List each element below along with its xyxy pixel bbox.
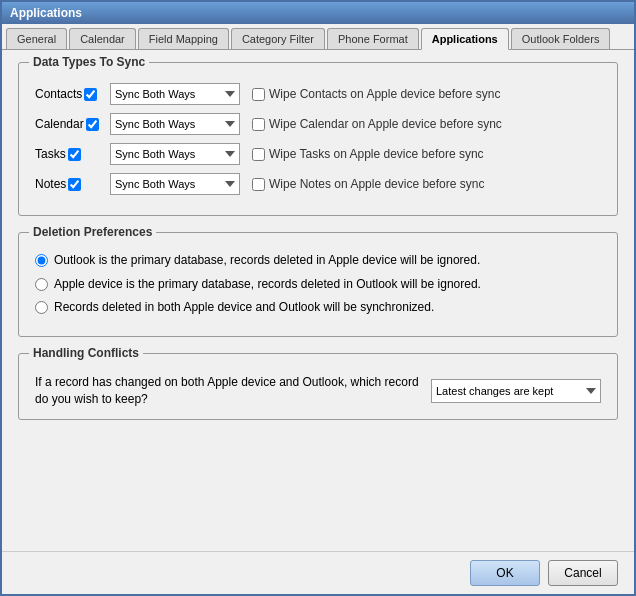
deletion-prefs-section: Deletion Preferences Outlook is the prim… [18, 232, 618, 337]
conflict-dropdown[interactable]: Latest changes are keptOutlook record is… [431, 379, 601, 403]
data-dropdown-tasks[interactable]: Sync Both WaysOutlook to DeviceDevice to… [110, 143, 240, 165]
wipe-checkbox-notes[interactable] [252, 178, 265, 191]
deletion-prefs-options: Outlook is the primary database, records… [35, 253, 601, 316]
wipe-label-notes[interactable]: Wipe Notes on Apple device before sync [252, 177, 484, 191]
tab-outlook-folders[interactable]: Outlook Folders [511, 28, 611, 49]
wipe-text-notes: Wipe Notes on Apple device before sync [269, 177, 484, 191]
data-row-calendar: CalendarSync Both WaysOutlook to DeviceD… [35, 113, 601, 135]
tab-category-filter[interactable]: Category Filter [231, 28, 325, 49]
window-title: Applications [10, 6, 82, 20]
data-row-notes: NotesSync Both WaysOutlook to DeviceDevi… [35, 173, 601, 195]
data-checkbox-contacts[interactable] [84, 88, 97, 101]
titlebar: Applications [2, 2, 634, 24]
wipe-label-contacts[interactable]: Wipe Contacts on Apple device before syn… [252, 87, 500, 101]
tab-field-mapping[interactable]: Field Mapping [138, 28, 229, 49]
deletion-radio-both-sync[interactable] [35, 301, 48, 314]
deletion-text-both-sync: Records deleted in both Apple device and… [54, 300, 434, 316]
data-types-section: Data Types To Sync ContactsSync Both Way… [18, 62, 618, 216]
data-checkbox-notes[interactable] [68, 178, 81, 191]
wipe-label-calendar[interactable]: Wipe Calendar on Apple device before syn… [252, 117, 502, 131]
cancel-button[interactable]: Cancel [548, 560, 618, 586]
deletion-text-outlook-primary: Outlook is the primary database, records… [54, 253, 480, 269]
wipe-text-contacts: Wipe Contacts on Apple device before syn… [269, 87, 500, 101]
data-checkbox-calendar[interactable] [86, 118, 99, 131]
handling-conflicts-title: Handling Conflicts [29, 346, 143, 360]
wipe-text-calendar: Wipe Calendar on Apple device before syn… [269, 117, 502, 131]
data-label-notes: Notes [35, 177, 110, 191]
tab-general[interactable]: General [6, 28, 67, 49]
data-types-title: Data Types To Sync [29, 55, 149, 69]
deletion-text-apple-primary: Apple device is the primary database, re… [54, 277, 481, 293]
ok-button[interactable]: OK [470, 560, 540, 586]
wipe-checkbox-tasks[interactable] [252, 148, 265, 161]
conflict-description: If a record has changed on both Apple de… [35, 374, 419, 408]
data-checkbox-tasks[interactable] [68, 148, 81, 161]
data-row-contacts: ContactsSync Both WaysOutlook to DeviceD… [35, 83, 601, 105]
footer: OK Cancel [2, 551, 634, 594]
handling-conflicts-inner: If a record has changed on both Apple de… [35, 374, 601, 408]
wipe-text-tasks: Wipe Tasks on Apple device before sync [269, 147, 484, 161]
deletion-radio-outlook-primary[interactable] [35, 254, 48, 267]
data-types-grid: ContactsSync Both WaysOutlook to DeviceD… [35, 83, 601, 195]
data-dropdown-calendar[interactable]: Sync Both WaysOutlook to DeviceDevice to… [110, 113, 240, 135]
wipe-checkbox-contacts[interactable] [252, 88, 265, 101]
main-content: Data Types To Sync ContactsSync Both Way… [2, 50, 634, 551]
data-label-calendar: Calendar [35, 117, 110, 131]
data-label-tasks: Tasks [35, 147, 110, 161]
tab-phone-format[interactable]: Phone Format [327, 28, 419, 49]
data-label-text-notes: Notes [35, 177, 66, 191]
data-label-text-calendar: Calendar [35, 117, 84, 131]
wipe-checkbox-calendar[interactable] [252, 118, 265, 131]
data-label-text-tasks: Tasks [35, 147, 66, 161]
tab-calendar[interactable]: Calendar [69, 28, 136, 49]
main-window: Applications GeneralCalendarField Mappin… [0, 0, 636, 596]
deletion-prefs-title: Deletion Preferences [29, 225, 156, 239]
deletion-radio-apple-primary[interactable] [35, 278, 48, 291]
deletion-option-both-sync: Records deleted in both Apple device and… [35, 300, 601, 316]
handling-conflicts-section: Handling Conflicts If a record has chang… [18, 353, 618, 421]
deletion-option-apple-primary: Apple device is the primary database, re… [35, 277, 601, 293]
data-row-tasks: TasksSync Both WaysOutlook to DeviceDevi… [35, 143, 601, 165]
wipe-label-tasks[interactable]: Wipe Tasks on Apple device before sync [252, 147, 484, 161]
tab-applications[interactable]: Applications [421, 28, 509, 50]
data-label-contacts: Contacts [35, 87, 110, 101]
data-dropdown-notes[interactable]: Sync Both WaysOutlook to DeviceDevice to… [110, 173, 240, 195]
data-dropdown-contacts[interactable]: Sync Both WaysOutlook to DeviceDevice to… [110, 83, 240, 105]
tabs-container: GeneralCalendarField MappingCategory Fil… [2, 24, 634, 50]
data-label-text-contacts: Contacts [35, 87, 82, 101]
deletion-option-outlook-primary: Outlook is the primary database, records… [35, 253, 601, 269]
